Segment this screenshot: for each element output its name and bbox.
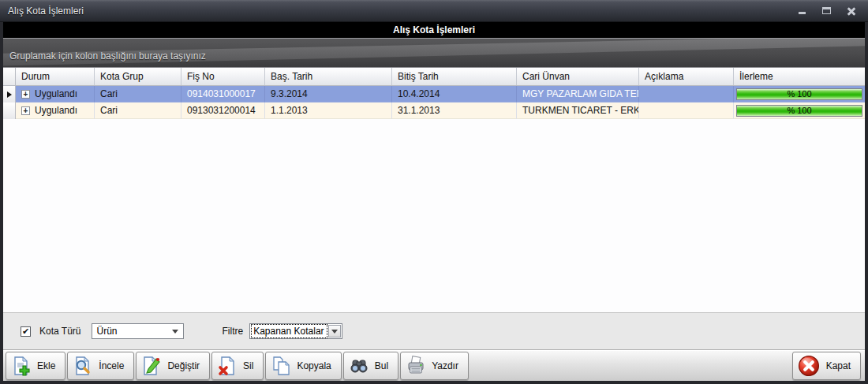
bottom-toolbar: Ekle İncele Değiştir (3, 349, 865, 381)
chevron-down-icon (172, 330, 178, 334)
edit-button[interactable]: Değiştir (136, 352, 210, 380)
column-header-aciklama[interactable]: Açıklama (639, 68, 734, 85)
cell-kota-grup[interactable]: Cari (95, 86, 181, 103)
print-button[interactable]: Yazdır (400, 352, 469, 380)
group-by-hint: Gruplamak için kolon başlığını buraya ta… (9, 50, 206, 62)
data-grid: Durum Kota Grup Fiş No Baş. Tarih Bitiş … (3, 68, 865, 312)
group-by-panel[interactable]: Gruplamak için kolon başlığını buraya ta… (3, 38, 865, 68)
kota-turu-select[interactable]: Ürün (92, 323, 184, 339)
printer-icon (406, 356, 426, 376)
cell-fis-no[interactable]: 0914031000017 (181, 86, 265, 103)
filtre-label: Filtre (222, 326, 243, 337)
cell-bitis-tarih[interactable]: 10.4.2014 (392, 86, 517, 103)
button-label: Sil (243, 360, 253, 371)
column-header-kota-grup[interactable]: Kota Grup (95, 68, 181, 85)
column-header-cari-unvan[interactable]: Cari Ünvan (517, 68, 639, 85)
copy-document-icon (271, 356, 291, 376)
row-indicator (3, 103, 16, 119)
cell-aciklama[interactable] (639, 86, 734, 103)
grid-header-row: Durum Kota Grup Fiş No Baş. Tarih Bitiş … (3, 68, 865, 86)
progress-bar: % 100 (736, 105, 862, 117)
close-app-button[interactable]: Kapat (792, 352, 861, 380)
progress-label: % 100 (737, 89, 862, 99)
cell-durum[interactable]: + Uygulandı (16, 86, 95, 103)
minimize-icon[interactable] (797, 6, 808, 16)
column-header-ilerleme[interactable]: İlerleme (734, 68, 865, 85)
column-header-fis-no[interactable]: Fiş No (181, 68, 265, 85)
kota-turu-checkbox[interactable]: ✔ (21, 326, 31, 337)
window-title: Alış Kota İşlemleri (8, 6, 797, 17)
app-window: Alış Kota İşlemleri Alış Kota İşlemleri … (0, 0, 868, 384)
table-row[interactable]: + Uygulandı Cari 0914031000017 9.3.2014 … (3, 86, 865, 103)
window-body: Alış Kota İşlemleri Gruplamak için kolon… (3, 22, 865, 381)
cell-durum-text: Uygulandı (35, 88, 77, 99)
kota-turu-value: Ürün (96, 326, 117, 337)
page-title: Alış Kota İşlemleri (3, 22, 865, 38)
expand-icon[interactable]: + (21, 106, 30, 115)
progress-bar: % 100 (736, 88, 862, 100)
row-indicator-header (3, 68, 16, 85)
maximize-icon[interactable] (821, 6, 832, 16)
titlebar[interactable]: Alış Kota İşlemleri (0, 0, 868, 22)
column-header-bas-tarih[interactable]: Baş. Tarih (265, 68, 392, 85)
edit-document-icon (141, 356, 162, 376)
progress-label: % 100 (737, 106, 862, 116)
cell-ilerleme[interactable]: % 100 (734, 86, 865, 103)
cell-durum[interactable]: + Uygulandı (16, 103, 95, 119)
chevron-down-icon (331, 330, 338, 334)
cell-bas-tarih[interactable]: 1.1.2013 (265, 103, 392, 119)
cell-aciklama[interactable] (639, 103, 734, 119)
cell-bitis-tarih[interactable]: 31.1.2013 (392, 103, 517, 119)
button-label: Kapat (826, 360, 851, 371)
filtre-select[interactable]: Kapanan Kotalar (249, 323, 342, 339)
close-red-circle-icon (797, 354, 821, 378)
binoculars-icon (349, 356, 369, 376)
cell-cari-unvan[interactable]: MGY PAZARLAM GIDA TEM.... (517, 86, 639, 103)
column-header-bitis-tarih[interactable]: Bitiş Tarih (392, 68, 517, 85)
cell-bas-tarih[interactable]: 9.3.2014 (265, 86, 392, 103)
cell-durum-text: Uygulandı (35, 105, 77, 116)
filter-bar: ✔ Kota Türü Ürün Filtre Kapanan Kotalar (3, 312, 865, 349)
current-row-arrow-icon (3, 86, 16, 103)
add-document-icon (11, 356, 32, 376)
inspect-document-icon (73, 356, 93, 376)
expand-icon[interactable]: + (21, 90, 30, 99)
button-label: Yazdır (432, 360, 458, 371)
column-header-durum[interactable]: Durum (16, 68, 95, 85)
delete-button[interactable]: Sil (211, 352, 264, 380)
copy-button[interactable]: Kopyala (265, 352, 341, 380)
filtre-dropdown-button[interactable] (328, 325, 341, 337)
filtre-value: Kapanan Kotalar (252, 325, 327, 337)
close-icon[interactable] (846, 6, 857, 16)
button-label: Kopyala (297, 360, 331, 371)
delete-document-icon (217, 356, 238, 376)
add-button[interactable]: Ekle (6, 352, 65, 380)
window-controls (797, 6, 860, 16)
button-label: Ekle (37, 360, 55, 371)
find-button[interactable]: Bul (343, 352, 398, 380)
cell-cari-unvan[interactable]: TURKMEN TICARET - ERKA... (517, 103, 639, 119)
button-label: İncele (99, 360, 124, 371)
kota-turu-label: Kota Türü (39, 326, 80, 337)
grid-empty-area (3, 119, 865, 312)
cell-kota-grup[interactable]: Cari (95, 103, 181, 119)
table-row[interactable]: + Uygulandı Cari 0913031200014 1.1.2013 … (3, 103, 865, 119)
inspect-button[interactable]: İncele (67, 352, 134, 380)
button-label: Bul (375, 360, 388, 371)
cell-ilerleme[interactable]: % 100 (734, 103, 865, 119)
button-label: Değiştir (167, 360, 200, 371)
cell-fis-no[interactable]: 0913031200014 (181, 103, 265, 119)
